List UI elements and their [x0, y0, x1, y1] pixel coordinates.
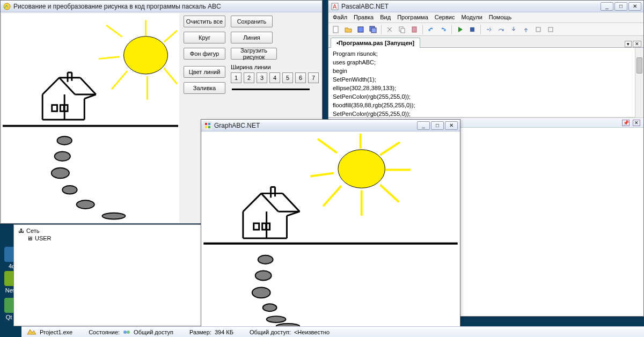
menu-item[interactable]: Вид [380, 14, 391, 21]
status-label: Общий доступ: [250, 329, 291, 335]
copy-icon[interactable] [397, 24, 407, 35]
svg-rect-71 [254, 223, 259, 230]
tab-dropdown-icon[interactable]: ▾ [625, 41, 632, 47]
svg-point-75 [258, 255, 273, 264]
minimize-button[interactable]: _ [601, 2, 613, 11]
save-all-icon[interactable] [368, 24, 378, 35]
stop-icon[interactable] [467, 24, 478, 35]
svg-line-56 [380, 142, 400, 155]
titlebar[interactable]: A PascalABC.NET _ □ ✕ [328, 1, 643, 12]
width-7[interactable]: 7 [308, 72, 319, 83]
svg-point-28 [52, 168, 69, 179]
linecolor-button[interactable]: Цвет линий [184, 66, 225, 78]
svg-line-13 [42, 78, 59, 94]
menu-item[interactable]: Правка [354, 14, 374, 21]
svg-point-26 [57, 136, 71, 145]
svg-line-54 [380, 185, 399, 202]
svg-line-6 [164, 68, 177, 84]
width-label: Ширина линии [231, 64, 319, 70]
svg-point-81 [123, 331, 127, 334]
svg-rect-45 [205, 123, 207, 125]
menu-item[interactable]: Помощь [489, 14, 512, 21]
paste-icon[interactable] [409, 24, 420, 35]
step-over-icon[interactable] [496, 24, 507, 35]
tree-item[interactable]: 🖥 USER [18, 235, 196, 242]
svg-point-29 [62, 186, 77, 194]
line-sample [232, 89, 310, 90]
tab-bar: •Программа.pas [Запущен] ▾ ✕ [328, 36, 643, 48]
step-into-icon[interactable] [508, 24, 519, 35]
load-button[interactable]: Загрузить рисунок [231, 48, 277, 60]
minimize-button[interactable]: _ [417, 121, 430, 130]
tool-icon[interactable] [545, 24, 556, 35]
maximize-button[interactable]: □ [614, 2, 627, 11]
save-icon[interactable] [355, 24, 366, 35]
pin-icon[interactable]: 📌 [622, 120, 630, 126]
circle-button[interactable]: Круг [184, 32, 225, 43]
menu-item[interactable]: Модули [461, 14, 482, 21]
window-title: PascalABC.NET [339, 3, 601, 10]
titlebar[interactable]: GraphABC.NET _ □ ✕ [201, 120, 460, 131]
status-value: <Неизвестно [294, 329, 330, 335]
code-editor[interactable]: Program risunok; uses graphABC; begin Se… [328, 48, 643, 118]
svg-line-64 [282, 193, 299, 211]
line-button[interactable]: Линия [231, 32, 273, 43]
svg-point-78 [263, 304, 277, 311]
app-icon [3, 2, 11, 11]
status-value: 394 КБ [215, 329, 233, 335]
redo-icon[interactable] [438, 24, 449, 35]
svg-point-27 [55, 151, 70, 161]
status-filename: Project1.exe [40, 329, 72, 335]
open-icon[interactable] [343, 24, 354, 35]
svg-rect-34 [333, 26, 338, 33]
graphabc-window: GraphABC.NET _ □ ✕ [201, 119, 460, 328]
width-2[interactable]: 2 [244, 72, 254, 83]
svg-line-51 [310, 173, 334, 177]
svg-line-62 [243, 193, 261, 211]
status-label: Состояние: [89, 329, 120, 335]
undo-icon[interactable] [426, 24, 436, 35]
menu-item[interactable]: Файл [333, 14, 347, 21]
svg-rect-39 [401, 28, 405, 33]
bg-button[interactable]: Фон фигур [184, 48, 225, 60]
panel-close-icon[interactable]: ✕ [633, 120, 640, 126]
width-4[interactable]: 4 [269, 72, 280, 83]
close-button[interactable]: ✕ [628, 2, 641, 11]
svg-point-31 [102, 213, 125, 219]
menu-item[interactable]: Программа [397, 14, 428, 21]
width-1[interactable]: 1 [231, 72, 241, 83]
svg-line-8 [164, 31, 177, 42]
svg-point-82 [127, 331, 130, 334]
svg-line-50 [318, 139, 337, 153]
step-out-icon[interactable] [521, 24, 531, 35]
editor-tab[interactable]: •Программа.pas [Запущен] [331, 38, 420, 48]
run-icon[interactable] [455, 24, 465, 35]
svg-rect-40 [412, 27, 416, 32]
scrollbar[interactable] [635, 48, 643, 118]
maximize-button[interactable]: □ [431, 121, 444, 130]
save-button[interactable]: Сохранить [231, 16, 273, 27]
svg-line-2 [106, 25, 122, 36]
tab-close-icon[interactable]: ✕ [633, 41, 641, 47]
drawing-canvas[interactable] [2, 13, 179, 223]
status-value: Общий доступ [134, 329, 173, 335]
status-label: Размер: [189, 329, 211, 335]
step-icon[interactable] [484, 24, 494, 35]
menu-item[interactable]: Сервис [435, 14, 455, 21]
titlebar[interactable]: Рисование и преобразование рисунка в код… [1, 1, 322, 12]
svg-point-76 [255, 271, 272, 281]
width-3[interactable]: 3 [257, 72, 267, 83]
width-5[interactable]: 5 [282, 72, 293, 83]
clear-button[interactable]: Очистить все [184, 16, 225, 27]
close-button[interactable]: ✕ [445, 121, 458, 130]
cut-icon[interactable] [384, 24, 395, 35]
svg-rect-44 [203, 121, 212, 130]
new-file-icon[interactable] [331, 24, 341, 35]
fill-button[interactable]: Заливка [184, 82, 225, 94]
tool-icon[interactable] [533, 24, 544, 35]
window-title: GraphABC.NET [212, 122, 417, 129]
svg-rect-35 [358, 27, 363, 32]
tree-item[interactable]: 🖧 Сеть [18, 227, 196, 235]
width-6[interactable]: 6 [295, 72, 306, 83]
status-bar: Project1.exe Состояние: Общий доступ Раз… [21, 326, 644, 337]
